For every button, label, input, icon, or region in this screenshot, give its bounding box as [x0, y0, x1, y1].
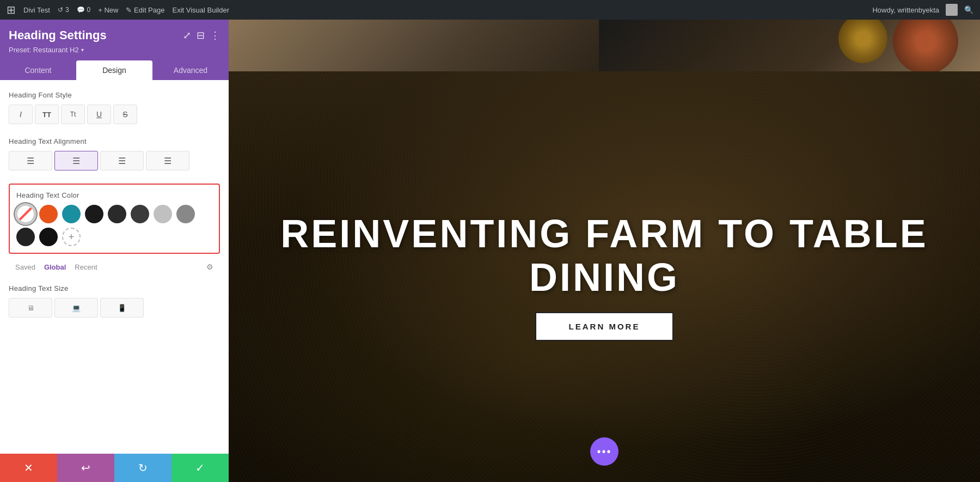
new-button[interactable]: + New	[98, 6, 118, 14]
more-icon[interactable]: ⋮	[210, 29, 220, 41]
preset-arrow-icon: ▾	[81, 47, 84, 53]
panel-header-icons: ⤢ ⊟ ⋮	[183, 29, 220, 41]
panel-title: Heading Settings	[9, 28, 107, 42]
panel-actions: ✕ ↩ ↻ ✓	[0, 454, 229, 482]
site-name[interactable]: Divi Test	[23, 6, 50, 14]
split-icon[interactable]: ⊟	[197, 29, 205, 41]
text-size-section: Heading Text Size 🖥 💻 📱	[9, 284, 220, 318]
tab-design[interactable]: Design	[76, 60, 152, 80]
comments-icon: 💬 0	[77, 6, 91, 14]
settings-panel: Heading Settings ⤢ ⊟ ⋮ Preset: Restauran…	[0, 20, 229, 482]
tab-content[interactable]: Content	[0, 60, 76, 80]
float-dots-icon: •••	[597, 446, 611, 458]
color-filter-saved[interactable]: Saved	[15, 263, 35, 271]
color-swatch-dark1[interactable]	[85, 205, 103, 223]
revisions-icon: ↺ 3	[58, 6, 69, 14]
hero-top-left-image	[229, 20, 599, 74]
color-swatch-dark2[interactable]	[108, 205, 126, 223]
hero-section: Reinventing Farm to Table Dining Learn M…	[229, 20, 980, 482]
wordpress-logo-icon: ⊞	[7, 3, 16, 16]
color-swatch-lightgray[interactable]	[154, 205, 172, 223]
comments-count: 0	[87, 6, 91, 14]
main-content: Heading Settings ⤢ ⊟ ⋮ Preset: Restauran…	[0, 20, 980, 482]
size-group: 🖥 💻 📱	[9, 298, 220, 318]
color-swatches: +	[16, 205, 212, 246]
align-left-button[interactable]: ☰	[9, 151, 52, 170]
size-mobile-button[interactable]: 📱	[100, 298, 144, 318]
color-filter-tabs: Saved Global Recent ⚙	[9, 258, 220, 276]
undo-button[interactable]: ↩	[57, 454, 114, 482]
admin-bar-right: Howdy, writtenbyekta 🔍	[872, 4, 973, 16]
color-swatch-dark3[interactable]	[131, 205, 149, 223]
color-swatch-orange[interactable]	[39, 205, 58, 223]
preset-text: Preset: Restaurant H2	[9, 46, 79, 54]
howdy-text: Howdy, writtenbyekta	[872, 6, 939, 14]
admin-bar-left: ⊞ Divi Test ↺ 3 💬 0 + New ✎ Edit Page Ex…	[7, 3, 863, 16]
color-swatch-medgray[interactable]	[176, 205, 195, 223]
revisions-count: 3	[65, 6, 69, 14]
font-style-group: I TT Tt U S	[9, 105, 220, 124]
tab-advanced[interactable]: Advanced	[152, 60, 229, 80]
text-color-label: Heading Text Color	[16, 191, 212, 199]
size-tablet-button[interactable]: 💻	[54, 298, 98, 318]
confirm-button[interactable]: ✓	[171, 454, 229, 482]
admin-bar: ⊞ Divi Test ↺ 3 💬 0 + New ✎ Edit Page Ex…	[0, 0, 980, 20]
comment-icon: 💬	[77, 6, 85, 14]
panel-body: Heading Font Style I TT Tt U S Heading T…	[0, 80, 229, 454]
color-add-button[interactable]: +	[62, 228, 81, 246]
hero-top-right-image	[599, 20, 980, 74]
size-desktop-button[interactable]: 🖥	[9, 298, 52, 318]
align-right-button[interactable]: ☰	[100, 151, 144, 170]
preset-label[interactable]: Preset: Restaurant H2 ▾	[9, 46, 220, 54]
float-menu-button[interactable]: •••	[590, 437, 618, 466]
color-filter-settings-icon[interactable]: ⚙	[206, 263, 213, 271]
align-center-button[interactable]: ☰	[54, 151, 98, 170]
text-alignment-group: ☰ ☰ ☰ ☰	[9, 151, 220, 170]
user-avatar	[946, 4, 958, 16]
align-justify-button[interactable]: ☰	[146, 151, 189, 170]
hero-content: Reinventing Farm to Table Dining Learn M…	[229, 71, 980, 482]
panel-header: Heading Settings ⤢ ⊟ ⋮ Preset: Restauran…	[0, 20, 229, 60]
edit-page-button[interactable]: ✎ Edit Page	[126, 6, 164, 14]
font-style-label: Heading Font Style	[9, 91, 220, 99]
font-underline-button[interactable]: U	[87, 105, 111, 124]
panel-header-top: Heading Settings ⤢ ⊟ ⋮	[9, 28, 220, 42]
color-swatch-nearblack[interactable]	[16, 228, 35, 246]
hero-heading: Reinventing Farm to Table Dining	[229, 212, 980, 298]
hero-main: Reinventing Farm to Table Dining Learn M…	[229, 71, 980, 482]
color-filter-global[interactable]: Global	[44, 263, 66, 271]
cancel-button[interactable]: ✕	[0, 454, 57, 482]
color-swatch-black[interactable]	[39, 228, 58, 246]
text-color-section: Heading Text Color +	[9, 184, 220, 254]
text-alignment-label: Heading Text Alignment	[9, 137, 220, 145]
revisions-label: ↺	[58, 6, 63, 14]
font-capitalize-button[interactable]: Tt	[61, 105, 85, 124]
expand-icon[interactable]: ⤢	[183, 29, 191, 41]
color-filter-recent[interactable]: Recent	[75, 263, 97, 271]
color-swatch-teal[interactable]	[62, 205, 81, 223]
text-size-label: Heading Text Size	[9, 284, 220, 292]
font-uppercase-button[interactable]: TT	[35, 105, 59, 124]
page-content: Reinventing Farm to Table Dining Learn M…	[229, 20, 980, 482]
exit-builder-button[interactable]: Exit Visual Builder	[172, 6, 229, 14]
panel-tabs: Content Design Advanced	[0, 60, 229, 80]
redo-button[interactable]: ↻	[114, 454, 171, 482]
hero-learn-more-button[interactable]: Learn More	[535, 312, 674, 341]
font-italic-button[interactable]: I	[9, 105, 33, 124]
hero-top-images	[229, 20, 980, 74]
color-swatch-transparent[interactable]	[16, 205, 35, 223]
font-strikethrough-button[interactable]: S	[113, 105, 137, 124]
search-icon[interactable]: 🔍	[964, 5, 973, 14]
